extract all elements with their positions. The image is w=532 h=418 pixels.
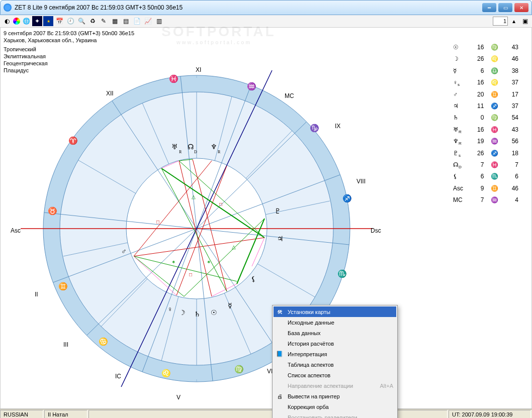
svg-text:♍: ♍ xyxy=(234,365,244,374)
status-mode: II Натал xyxy=(44,410,87,418)
svg-text:XII: XII xyxy=(106,90,114,97)
svg-text:△: △ xyxy=(192,194,196,199)
svg-text:♋: ♋ xyxy=(99,337,108,346)
planet-row: ♃11♐37 xyxy=(453,101,518,113)
svg-text:♊: ♊ xyxy=(58,282,68,291)
svg-text:☊: ☊ xyxy=(188,143,194,151)
window-controls: ━ ▭ ✕ xyxy=(482,3,528,12)
svg-text:☉: ☉ xyxy=(211,309,217,317)
svg-text:⚸: ⚸ xyxy=(251,275,256,283)
svg-text:♈: ♈ xyxy=(68,136,78,145)
planet-row: ☉16♍43 xyxy=(453,43,518,54)
svg-text:♄: ♄ xyxy=(194,310,201,318)
svg-text:♉: ♉ xyxy=(48,206,57,216)
menu-item[interactable]: Коррекция орба xyxy=(274,401,396,412)
menu-item[interactable]: История расчётов xyxy=(274,338,396,349)
menu-item[interactable]: Исходные данные xyxy=(274,317,396,328)
planet-position-table: ☉16♍43☽26♌46☿6♎38♀s16♌37♂20♊17♃11♐37♄0♍5… xyxy=(453,43,518,207)
svg-text:R: R xyxy=(218,150,221,154)
tool-eu-icon[interactable]: ★ xyxy=(43,16,53,26)
menu-item[interactable]: 🖨Вывести на принтер xyxy=(274,391,396,401)
svg-text:☿: ☿ xyxy=(228,302,232,309)
planet-row: ♆R19♒56 xyxy=(453,137,518,148)
menu-item[interactable]: 🛠Установки карты xyxy=(274,306,396,317)
menu-item[interactable]: Таблица аспектов xyxy=(274,359,396,370)
content-area: 9 сентября 2007 Вс 21:59:03 (GMT+3) 50n0… xyxy=(0,28,532,409)
svg-text:☽: ☽ xyxy=(179,309,186,317)
app-window: ZET 8 Lite 9 сентября 2007 Вс 21:59:03 G… xyxy=(0,0,532,418)
tool-refresh-icon[interactable]: ♻ xyxy=(87,16,98,26)
mc-label: MC xyxy=(285,92,294,99)
svg-text:□: □ xyxy=(189,272,192,277)
svg-text:VIII: VIII xyxy=(357,178,366,185)
planet-row: ☊D7♓7 xyxy=(453,160,518,172)
svg-text:♐: ♐ xyxy=(342,194,352,203)
svg-text:♒: ♒ xyxy=(247,82,256,91)
planet-row: ♀s16♌37 xyxy=(453,78,518,89)
menu-item[interactable]: 📘Интерпретация xyxy=(274,349,396,359)
titlebar: ZET 8 Lite 9 сентября 2007 Вс 21:59:03 G… xyxy=(0,0,532,15)
svg-text:XI: XI xyxy=(196,66,201,73)
svg-text:♏: ♏ xyxy=(337,269,347,278)
svg-text:D: D xyxy=(194,150,197,154)
tool-text-icon[interactable]: 📄 xyxy=(132,16,142,26)
maximize-button[interactable]: ▭ xyxy=(498,3,512,12)
svg-text:♓: ♓ xyxy=(169,74,179,83)
svg-text:♑: ♑ xyxy=(310,124,319,133)
planet-row: Asc9♊46 xyxy=(453,184,518,195)
tool-color-icon[interactable] xyxy=(13,18,20,25)
svg-text:R: R xyxy=(179,150,182,154)
chart-area[interactable]: 9 сентября 2007 Вс 21:59:03 (GMT+3) 50n0… xyxy=(1,28,531,408)
close-button[interactable]: ✕ xyxy=(514,3,528,12)
svg-text:♂: ♂ xyxy=(121,248,127,255)
page-number-input[interactable] xyxy=(493,17,508,26)
dsc-label: Dsc xyxy=(371,227,381,234)
svg-text:IX: IX xyxy=(335,123,340,130)
planet-row: ⚸6♏6 xyxy=(453,172,518,183)
ic-label: IC xyxy=(115,373,121,380)
window-title: ZET 8 Lite 9 сентября 2007 Вс 21:59:03 G… xyxy=(15,4,482,11)
asc-label: Asc xyxy=(11,227,21,234)
svg-text:□: □ xyxy=(156,219,159,225)
planet-row: ☽26♌46 xyxy=(453,54,518,66)
minimize-button[interactable]: ━ xyxy=(482,3,496,12)
tool-list-icon[interactable]: ▦ xyxy=(110,16,120,26)
tool-spinup-icon[interactable]: ▴ xyxy=(509,16,519,26)
svg-text:III: III xyxy=(63,341,68,348)
tool-globe-icon[interactable]: 🌐 xyxy=(21,16,31,26)
svg-text:✶: ✶ xyxy=(207,259,211,265)
tool-search-icon[interactable]: 🔍 xyxy=(76,16,86,26)
statusbar: RUSSIAN II Натал UT: 2007.09.09 19:00:39 xyxy=(0,409,532,418)
svg-text:✶: ✶ xyxy=(171,259,175,265)
tool-clock-icon[interactable]: 🕘 xyxy=(65,16,75,26)
svg-text:△: △ xyxy=(232,244,236,250)
svg-text:♆: ♆ xyxy=(211,143,217,151)
status-lang: RUSSIAN xyxy=(0,410,43,418)
tool-calendar-icon[interactable]: 📅 xyxy=(54,16,64,26)
watermark: SOFTPORTAL www.softportal.com xyxy=(161,24,276,45)
info-header: 9 сентября 2007 Вс 21:59:03 (GMT+3) 50n0… xyxy=(4,30,134,44)
tool-edit-icon[interactable]: ✎ xyxy=(99,16,109,26)
tool-chart-icon[interactable]: 📈 xyxy=(143,16,153,26)
svg-text:□: □ xyxy=(219,201,222,207)
menu-item[interactable]: Список аспектов xyxy=(274,370,396,380)
planet-row: ♅R16♓43 xyxy=(453,125,518,137)
planet-row: ♂20♊17 xyxy=(453,90,518,101)
context-menu: 🛠Установки картыИсходные данныеБаза данн… xyxy=(272,305,398,418)
planet-row: ♄0♍54 xyxy=(453,113,518,125)
svg-text:♌: ♌ xyxy=(161,369,171,378)
svg-text:♃: ♃ xyxy=(277,235,284,243)
status-ut: UT: 2007.09.09 19:00:39 xyxy=(449,410,531,418)
svg-text:♅: ♅ xyxy=(171,143,178,151)
app-icon xyxy=(4,4,12,12)
tool-zoomfit-icon[interactable]: ▣ xyxy=(520,16,530,26)
planet-row: ♇s26♐18 xyxy=(453,149,518,160)
info-datetime: 9 сентября 2007 Вс 21:59:03 (GMT+3) 50n0… xyxy=(4,30,134,37)
svg-text:II: II xyxy=(35,291,38,298)
tool-card-icon[interactable]: ▤ xyxy=(121,16,131,26)
menu-item[interactable]: База данных xyxy=(274,328,396,338)
svg-text:V: V xyxy=(176,394,181,401)
planet-row: MC7♒4 xyxy=(453,195,518,207)
tool-natal-icon[interactable]: ◐ xyxy=(2,16,12,26)
tool-night-icon[interactable]: ✦ xyxy=(32,16,42,26)
